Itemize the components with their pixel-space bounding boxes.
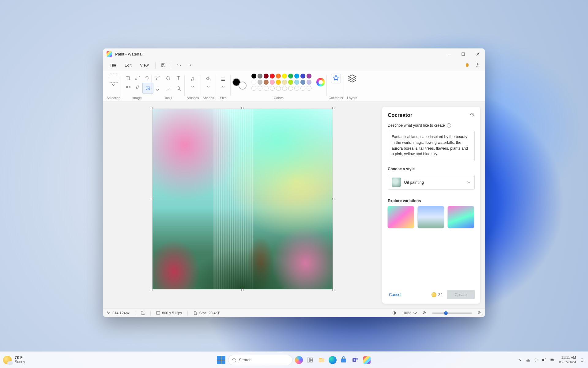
resize-handle[interactable]	[332, 107, 334, 109]
resize-tool[interactable]	[133, 74, 142, 82]
chevron-up-icon[interactable]	[517, 358, 522, 362]
color-swatch[interactable]	[270, 74, 275, 79]
color-swatch[interactable]	[276, 80, 281, 85]
variation-thumbnail[interactable]	[388, 206, 414, 228]
taskbar-app-teams[interactable]: T	[351, 355, 360, 365]
crop-tool[interactable]	[124, 74, 133, 82]
taskbar-search[interactable]: Search	[228, 355, 292, 365]
cancel-button[interactable]: Cancel	[388, 290, 402, 299]
resize-handle[interactable]	[332, 198, 334, 200]
color-swatch[interactable]	[282, 80, 287, 85]
copilot-button[interactable]	[462, 61, 472, 70]
custom-color-slot[interactable]	[300, 86, 305, 91]
pencil-tool[interactable]	[153, 74, 162, 82]
color-swatch[interactable]	[258, 74, 262, 79]
chevron-down-icon[interactable]	[222, 86, 225, 88]
resize-handle[interactable]	[151, 107, 153, 109]
color-profile-toggle[interactable]	[392, 311, 396, 315]
custom-color-slot[interactable]	[270, 86, 275, 91]
color-swatch[interactable]	[270, 80, 275, 85]
color-swatch[interactable]	[258, 80, 262, 85]
color-swatch[interactable]	[282, 74, 287, 79]
custom-color-slot[interactable]	[288, 86, 293, 91]
info-icon[interactable]: i	[447, 123, 451, 128]
menu-view[interactable]: View	[136, 62, 152, 69]
canvas[interactable]	[152, 109, 333, 289]
taskbar-app-paint[interactable]	[362, 355, 371, 365]
stroke-size-tool[interactable]	[218, 74, 229, 85]
canvas-zone[interactable]	[103, 102, 382, 309]
chevron-down-icon[interactable]	[112, 84, 115, 86]
taskbar-weather[interactable]: 78°F Sunny	[3, 356, 25, 364]
variation-thumbnail[interactable]	[448, 206, 474, 228]
zoom-out-button[interactable]	[423, 311, 427, 315]
custom-color-slot[interactable]	[294, 86, 299, 91]
color-secondary[interactable]	[239, 82, 247, 90]
redo-button[interactable]	[185, 61, 194, 70]
color-swatch[interactable]	[264, 80, 269, 85]
close-button[interactable]	[470, 48, 485, 59]
resize-handle[interactable]	[241, 289, 243, 291]
color-swatch[interactable]	[276, 74, 281, 79]
volume-icon[interactable]	[542, 358, 546, 362]
taskbar-app-store[interactable]	[339, 355, 348, 365]
custom-color-slot[interactable]	[258, 86, 262, 91]
custom-color-slot[interactable]	[276, 86, 281, 91]
color-swatch[interactable]	[251, 74, 256, 79]
custom-color-slot[interactable]	[282, 86, 287, 91]
group-cocreator[interactable]: Cocreator	[327, 71, 345, 102]
resize-handle[interactable]	[151, 198, 153, 200]
wifi-icon[interactable]	[533, 358, 538, 362]
create-button[interactable]: Create	[447, 290, 475, 299]
fill-tool[interactable]	[164, 74, 172, 82]
maximize-button[interactable]	[456, 48, 470, 59]
custom-color-slot[interactable]	[251, 86, 256, 91]
color-swatch[interactable]	[300, 74, 305, 79]
edit-colors-button[interactable]	[316, 78, 325, 86]
color-swatch[interactable]	[294, 80, 299, 85]
onedrive-icon[interactable]	[525, 358, 530, 362]
notifications-icon[interactable]	[580, 358, 584, 362]
style-dropdown[interactable]: Oil painting	[388, 175, 475, 190]
taskbar-app-edge[interactable]	[329, 356, 337, 364]
taskbar-app-explorer[interactable]	[317, 355, 326, 365]
group-layers[interactable]: Layers	[345, 71, 359, 102]
minimize-button[interactable]	[441, 48, 456, 59]
taskbar-app-copilot[interactable]	[295, 356, 303, 364]
color-swatch[interactable]	[300, 80, 305, 85]
history-button[interactable]	[470, 112, 475, 118]
taskbar-app-taskview[interactable]	[305, 355, 315, 365]
battery-icon[interactable]	[550, 358, 555, 362]
menu-edit[interactable]: Edit	[121, 62, 135, 69]
menu-file[interactable]: File	[106, 62, 120, 69]
shapes-tool[interactable]	[203, 74, 214, 85]
color-swatch[interactable]	[307, 74, 311, 79]
save-button[interactable]	[159, 61, 168, 70]
resize-handle[interactable]	[241, 107, 243, 109]
start-button[interactable]	[217, 355, 226, 365]
zoom-slider[interactable]	[432, 312, 472, 314]
color-swatch[interactable]	[288, 80, 293, 85]
custom-color-slot[interactable]	[264, 86, 269, 91]
custom-color-slot[interactable]	[307, 86, 311, 91]
flip-tool[interactable]	[124, 83, 133, 91]
settings-button[interactable]	[473, 61, 482, 70]
rotate-tool[interactable]	[142, 74, 151, 82]
eraser-tool[interactable]	[153, 84, 162, 93]
color-picker-tool[interactable]	[164, 84, 172, 93]
magnifier-tool[interactable]	[174, 84, 183, 93]
resize-handle[interactable]	[332, 289, 334, 291]
color-swatch[interactable]	[251, 80, 256, 85]
chevron-down-icon[interactable]	[207, 86, 210, 88]
taskbar-systray[interactable]: 11:11 AM 10/27/2023	[517, 356, 584, 364]
color-swatch[interactable]	[264, 74, 269, 79]
zoom-level[interactable]: 100%	[402, 311, 417, 315]
chevron-down-icon[interactable]	[191, 86, 194, 88]
prompt-input[interactable]: Fantastical landscape inspired by the be…	[388, 131, 475, 161]
skew-tool[interactable]	[133, 83, 142, 91]
zoom-in-button[interactable]	[477, 311, 481, 315]
text-tool[interactable]	[174, 74, 183, 82]
color-swatch[interactable]	[307, 80, 311, 85]
taskbar-clock[interactable]: 11:11 AM 10/27/2023	[558, 356, 576, 364]
undo-button[interactable]	[174, 61, 183, 70]
